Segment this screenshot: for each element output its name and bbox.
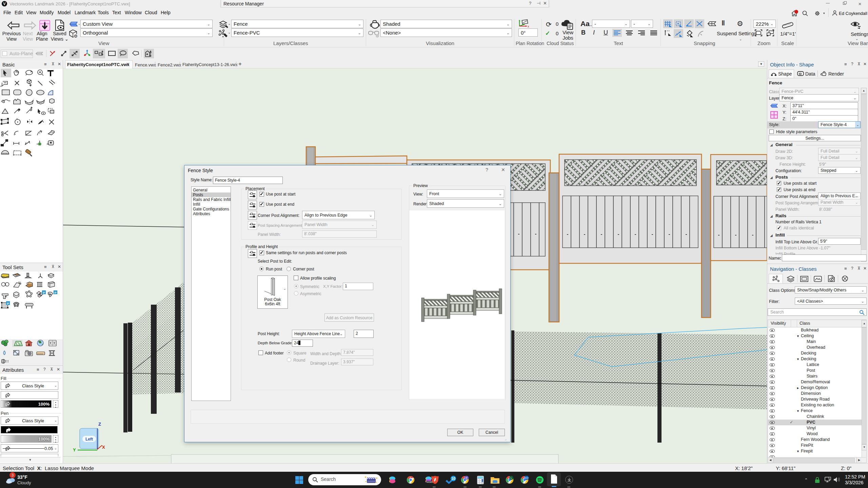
svg-text:%: % (18, 281, 21, 285)
svg-text:L: L (511, 476, 512, 480)
svg-text:P: P (7, 302, 9, 305)
svg-text:E: E (466, 476, 468, 480)
svg-text:P: P (55, 291, 57, 294)
svg-text:x: x (528, 25, 529, 28)
svg-text:y: y (519, 19, 520, 23)
svg-text:Left: Left (85, 437, 93, 442)
svg-text:10: 10 (451, 477, 455, 481)
svg-text:P: P (43, 291, 45, 294)
svg-text:Y: Y (73, 447, 76, 452)
svg-text:Z: Z (98, 422, 101, 427)
svg-text:ED: ED (525, 476, 529, 480)
svg-text:X: X (102, 445, 105, 450)
svg-text:⚙: ⚙ (74, 34, 78, 39)
